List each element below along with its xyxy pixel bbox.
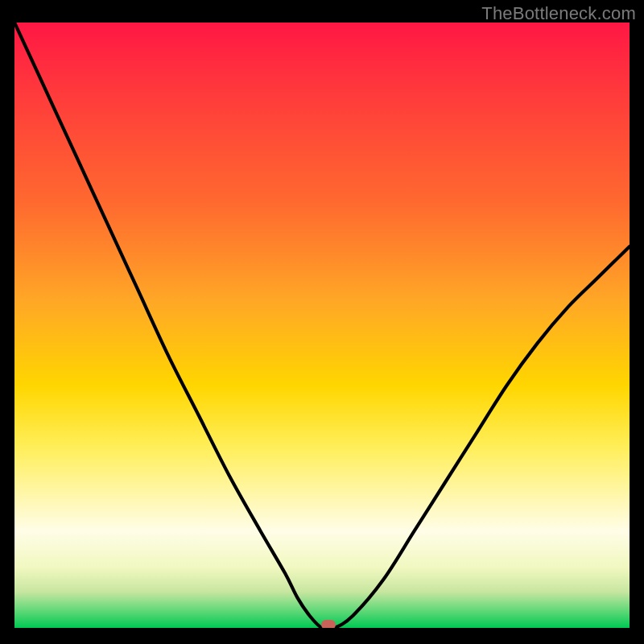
optimal-point-marker: [321, 620, 336, 628]
chart-frame: TheBottleneck.com: [0, 0, 644, 644]
bottleneck-curve: [14, 23, 630, 628]
plot-area: [14, 23, 630, 628]
watermark-text: TheBottleneck.com: [481, 3, 636, 24]
